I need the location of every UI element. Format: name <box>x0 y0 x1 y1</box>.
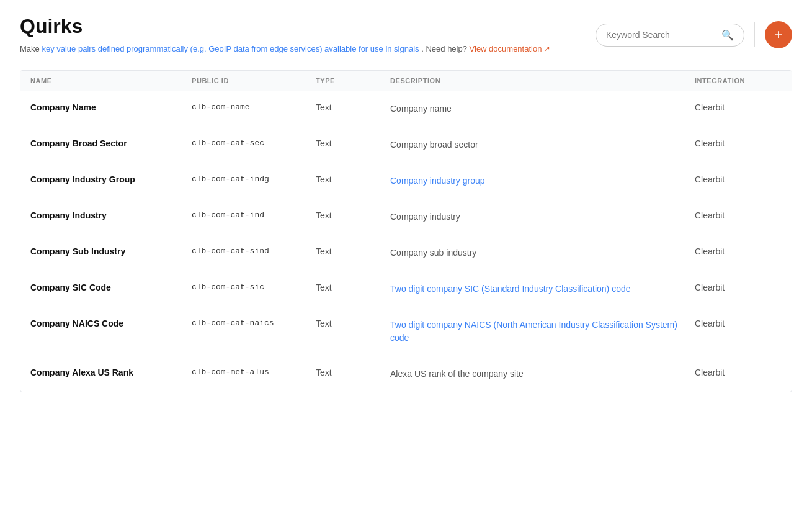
cell-integration: Clearbit <box>695 138 782 148</box>
header-right: 🔍 + <box>596 21 792 48</box>
cell-public-id: clb-com-cat-sec <box>192 138 316 148</box>
search-bar[interactable]: 🔍 <box>596 24 744 47</box>
cell-name: Company Name <box>30 102 192 112</box>
table-row: Company Industry Group clb-com-cat-indg … <box>20 163 792 199</box>
cell-public-id: clb-com-cat-indg <box>192 174 316 184</box>
cell-description: Company sub industry <box>390 246 695 259</box>
subtitle: Make key value pairs defined programmati… <box>20 43 596 55</box>
cell-public-id: clb-com-name <box>192 102 316 112</box>
cell-integration: Clearbit <box>695 210 782 220</box>
search-icon: 🔍 <box>721 29 734 41</box>
cell-description: Two digit company NAICS (North American … <box>390 318 695 345</box>
cell-public-id: clb-com-cat-sind <box>192 246 316 256</box>
table-body: Company Name clb-com-name Text Company n… <box>20 91 792 392</box>
header-left: Quirks Make key value pairs defined prog… <box>20 15 596 55</box>
search-input[interactable] <box>606 30 716 40</box>
cell-type: Text <box>316 246 390 256</box>
cell-type: Text <box>316 367 390 377</box>
table-row: Company Name clb-com-name Text Company n… <box>20 91 792 127</box>
cell-description: Company broad sector <box>390 138 695 151</box>
cell-name: Company NAICS Code <box>30 318 192 328</box>
cell-public-id: clb-com-cat-ind <box>192 210 316 220</box>
cell-description: Two digit company SIC (Standard Industry… <box>390 282 695 295</box>
cell-type: Text <box>316 318 390 328</box>
table-row: Company Broad Sector clb-com-cat-sec Tex… <box>20 127 792 163</box>
cell-integration: Clearbit <box>695 102 782 112</box>
cell-integration: Clearbit <box>695 367 782 377</box>
view-documentation-link[interactable]: View documentation ↗ <box>470 43 551 55</box>
cell-name: Company SIC Code <box>30 282 192 292</box>
cell-type: Text <box>316 210 390 220</box>
cell-type: Text <box>316 174 390 184</box>
col-header-type: TYPE <box>316 77 390 84</box>
subtitle-part2: . Need help? <box>421 44 469 53</box>
cell-description: Company industry <box>390 210 695 223</box>
cell-name: Company Alexa US Rank <box>30 367 192 377</box>
page-title: Quirks <box>20 15 596 38</box>
quirks-table: NAME PUBLIC ID TYPE DESCRIPTION INTEGRAT… <box>20 70 792 392</box>
col-header-name: NAME <box>30 77 192 84</box>
subtitle-link1[interactable]: key value pairs defined programmatically… <box>42 44 419 53</box>
cell-integration: Clearbit <box>695 174 782 184</box>
cell-description: Company industry group <box>390 174 695 187</box>
cell-public-id: clb-com-cat-naics <box>192 318 316 328</box>
cell-name: Company Industry Group <box>30 174 192 184</box>
cell-integration: Clearbit <box>695 318 782 328</box>
cell-name: Company Industry <box>30 210 192 220</box>
cell-description: Company name <box>390 102 695 115</box>
table-row: Company Alexa US Rank clb-com-met-alus T… <box>20 356 792 392</box>
cell-integration: Clearbit <box>695 282 782 292</box>
cell-public-id: clb-com-met-alus <box>192 367 316 377</box>
subtitle-part1: Make <box>20 44 42 53</box>
external-link-icon: ↗ <box>543 43 550 55</box>
vertical-divider <box>754 22 755 47</box>
cell-public-id: clb-com-cat-sic <box>192 282 316 292</box>
cell-type: Text <box>316 102 390 112</box>
table-header: NAME PUBLIC ID TYPE DESCRIPTION INTEGRAT… <box>20 71 792 91</box>
cell-integration: Clearbit <box>695 246 782 256</box>
cell-name: Company Broad Sector <box>30 138 192 148</box>
add-button[interactable]: + <box>765 21 792 48</box>
cell-name: Company Sub Industry <box>30 246 192 256</box>
col-header-description: DESCRIPTION <box>390 77 695 84</box>
col-header-integration: INTEGRATION <box>695 77 782 84</box>
cell-type: Text <box>316 282 390 292</box>
table-row: Company NAICS Code clb-com-cat-naics Tex… <box>20 307 792 356</box>
cell-description: Alexa US rank of the company site <box>390 367 695 381</box>
cell-type: Text <box>316 138 390 148</box>
table-row: Company SIC Code clb-com-cat-sic Text Tw… <box>20 271 792 307</box>
table-row: Company Industry clb-com-cat-ind Text Co… <box>20 199 792 235</box>
col-header-public-id: PUBLIC ID <box>192 77 316 84</box>
table-row: Company Sub Industry clb-com-cat-sind Te… <box>20 235 792 271</box>
page-header: Quirks Make key value pairs defined prog… <box>20 15 792 55</box>
